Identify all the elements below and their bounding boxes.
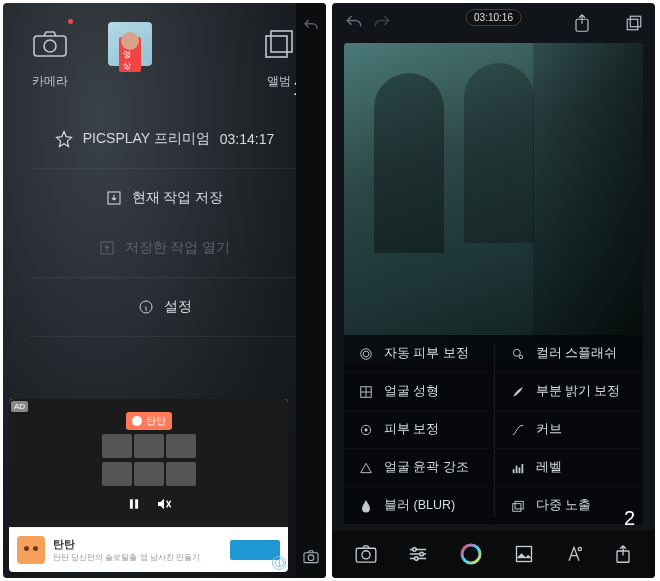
tool-label: 블러 (BLUR)	[384, 497, 455, 514]
tool-local-brightness[interactable]: 부분 밝기 보정	[496, 373, 644, 411]
divider	[31, 336, 298, 337]
sparkle-icon	[358, 347, 374, 361]
svg-rect-10	[135, 499, 138, 508]
triangle-icon	[358, 461, 374, 475]
svg-point-22	[365, 428, 367, 430]
save-icon	[106, 190, 122, 206]
svg-rect-3	[271, 31, 292, 52]
svg-rect-14	[627, 19, 638, 30]
save-current-label: 현재 작업 저장	[132, 189, 224, 207]
ad-app-logo	[17, 536, 45, 564]
ad-info-icon[interactable]: ⓘ	[272, 556, 286, 570]
svg-rect-25	[518, 467, 520, 473]
svg-rect-7	[304, 553, 318, 563]
ad-cta-button[interactable]	[230, 540, 280, 560]
tool-level[interactable]: 레벨	[496, 449, 644, 487]
tool-face-contour[interactable]: 얼굴 윤곽 강조	[344, 449, 492, 487]
layers-icon[interactable]	[625, 14, 643, 32]
top-tabs: 카메라 동영상 앨범	[3, 3, 326, 98]
advertisement-card[interactable]: AD 탄탄 탄탄 탄탄 당신만의 솔로탈출 앱 남사친 만들기	[9, 399, 288, 572]
tool-skin[interactable]: 피부 보정	[344, 411, 492, 449]
divider	[31, 277, 298, 278]
svg-point-17	[361, 348, 372, 359]
svg-rect-26	[521, 463, 523, 472]
camera-red-dot	[68, 19, 73, 24]
open-saved-row: 저장한 작업 열기	[3, 223, 326, 273]
tool-auto-skin[interactable]: 자동 피부 보정	[344, 335, 492, 373]
drop-icon	[358, 499, 374, 513]
bottom-toolbar	[332, 530, 655, 578]
ad-subtitle: 탄탄 당신만의 솔로탈출 앱 남사친 만들기	[53, 552, 222, 563]
ad-footer: 탄탄 탄탄 당신만의 솔로탈출 앱 남사친 만들기	[9, 527, 288, 572]
open-saved-label: 저장한 작업 열기	[125, 239, 231, 257]
settings-label: 설정	[164, 298, 192, 316]
premium-time: 03:14:17	[220, 131, 275, 147]
color-ring-icon[interactable]	[459, 542, 483, 566]
picture-icon[interactable]	[514, 544, 534, 564]
ad-media-label: 탄탄	[126, 412, 172, 430]
camera-icon[interactable]	[355, 545, 377, 563]
tool-label: 다중 노출	[536, 497, 591, 514]
tool-grid: 자동 피부 보정 컬러 스플래쉬 얼굴 성형 부분 밝기 보정 피부 보정 커브	[344, 335, 643, 525]
tool-face-shape[interactable]: 얼굴 성형	[344, 373, 492, 411]
adjust-icon[interactable]	[407, 545, 429, 563]
undo-icon[interactable]	[344, 13, 364, 33]
svg-rect-27	[512, 503, 520, 511]
divider	[31, 168, 298, 169]
recent-thumbnail-tab[interactable]: 동영상	[101, 21, 159, 87]
screenshot-index-2: 2	[624, 507, 635, 530]
svg-point-19	[519, 355, 523, 359]
undo-icon[interactable]	[302, 17, 320, 35]
tool-blur[interactable]: 블러 (BLUR)	[344, 487, 492, 525]
camera-mini-icon[interactable]	[302, 550, 320, 564]
screenshot-1: 카메라 동영상 앨범	[3, 3, 326, 578]
curve-icon	[510, 423, 526, 437]
album-tab-label: 앨범	[267, 73, 291, 90]
text-icon[interactable]	[564, 544, 584, 564]
info-icon	[138, 299, 154, 315]
svg-rect-15	[630, 16, 641, 27]
screenshot-2: 03:10:16 PICSPLAY 자동 피부 보정 컬러 스플래쉬 얼굴 성형…	[332, 3, 655, 578]
tool-label: 레벨	[536, 459, 562, 476]
editor-collapsed-bar	[296, 3, 326, 578]
tool-multi-exposure[interactable]: 다중 노출	[496, 487, 644, 525]
settings-row[interactable]: 설정	[3, 282, 326, 332]
svg-point-34	[462, 545, 480, 563]
tool-label: 자동 피부 보정	[384, 345, 469, 362]
svg-point-16	[363, 351, 369, 357]
ad-media: 탄탄	[9, 399, 288, 527]
svg-point-32	[420, 552, 424, 556]
tool-color-splash[interactable]: 컬러 스플래쉬	[496, 335, 644, 373]
svg-point-1	[44, 40, 56, 52]
premium-row[interactable]: PICSPLAY 프리미엄 03:14:17	[3, 114, 326, 164]
export-icon[interactable]	[573, 13, 591, 33]
star-icon	[55, 130, 73, 148]
splash-icon	[510, 347, 526, 361]
time-badge: 03:10:16	[465, 9, 522, 26]
svg-rect-35	[516, 547, 531, 562]
tool-curve[interactable]: 커브	[496, 411, 644, 449]
svg-rect-23	[512, 469, 514, 473]
tool-label: 커브	[536, 421, 562, 438]
album-icon	[264, 29, 294, 59]
tool-label: 부분 밝기 보정	[536, 383, 621, 400]
svg-rect-2	[266, 36, 287, 57]
svg-rect-28	[515, 501, 523, 509]
camera-tab[interactable]: 카메라	[21, 21, 79, 90]
camera-icon	[33, 31, 67, 57]
redo-icon[interactable]	[372, 13, 392, 33]
tool-label: 피부 보정	[384, 421, 439, 438]
mute-icon[interactable]	[154, 494, 174, 514]
tool-label: 컬러 스플래쉬	[536, 345, 617, 362]
pause-icon[interactable]	[124, 494, 144, 514]
svg-point-33	[415, 557, 419, 561]
image-canvas[interactable]: PICSPLAY	[344, 43, 643, 363]
share-icon[interactable]	[614, 544, 632, 564]
svg-rect-24	[515, 465, 517, 473]
svg-point-30	[362, 551, 370, 559]
ad-badge: AD	[11, 401, 28, 412]
open-icon	[99, 240, 115, 256]
ad-title: 탄탄	[53, 537, 222, 552]
save-current-row[interactable]: 현재 작업 저장	[3, 173, 326, 223]
video-badge: 동영상	[119, 37, 141, 72]
